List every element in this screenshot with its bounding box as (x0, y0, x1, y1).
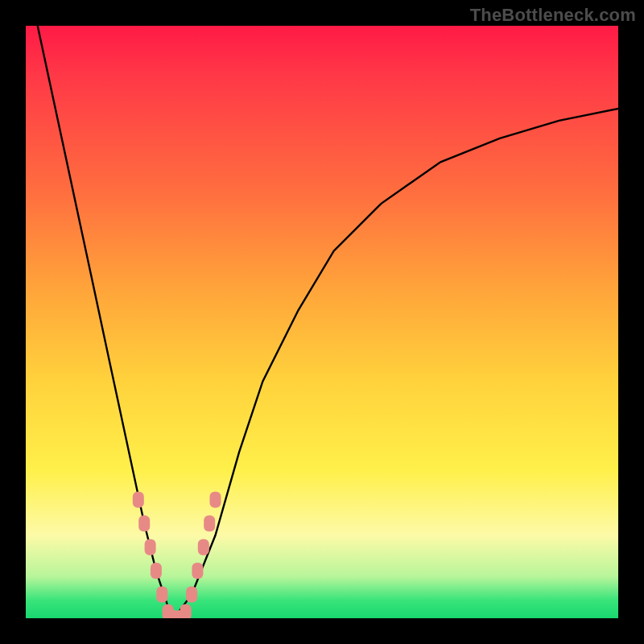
marker-point (145, 539, 156, 555)
marker-point (138, 515, 150, 531)
chart-frame: TheBottleneck.com (0, 0, 644, 644)
plot-area (26, 26, 618, 618)
marker-point (180, 605, 192, 618)
marker-point (192, 563, 203, 579)
marker-point (210, 492, 221, 508)
marker-point (198, 539, 209, 555)
marker-point (156, 587, 167, 603)
marker-point (151, 563, 162, 579)
watermark-text: TheBottleneck.com (470, 5, 636, 26)
marker-point (133, 492, 144, 508)
curve-svg (26, 26, 618, 618)
bottleneck-curve (38, 26, 618, 618)
marker-point (186, 587, 197, 603)
marker-point (204, 515, 215, 531)
